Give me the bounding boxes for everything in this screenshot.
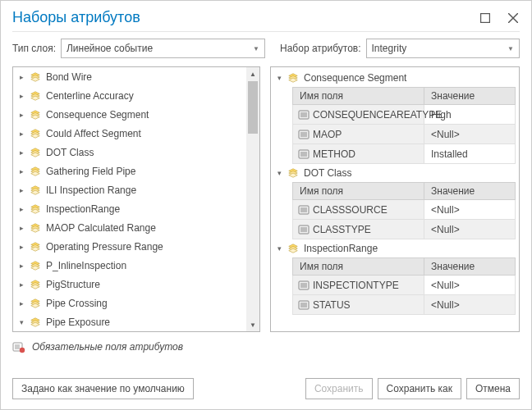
expand-icon[interactable]: ▸ bbox=[18, 224, 25, 232]
expand-icon[interactable]: ▸ bbox=[18, 73, 25, 81]
expand-icon[interactable]: ▸ bbox=[18, 186, 25, 194]
cancel-button[interactable]: Отмена bbox=[466, 378, 520, 399]
field-value: <Null> bbox=[431, 280, 460, 291]
field-name: CONSEQUENCEAREATYPE bbox=[313, 109, 442, 121]
group-name: Consequence Segment bbox=[304, 72, 406, 84]
layer-item[interactable]: ▸Bond Wire bbox=[13, 67, 259, 86]
layer-icon bbox=[30, 260, 41, 271]
scrollbar-track[interactable]: ▲ ▼ bbox=[246, 67, 259, 331]
col-value: Значение bbox=[424, 183, 515, 199]
save-as-button[interactable]: Сохранить как bbox=[378, 378, 461, 399]
layer-item[interactable]: ▸InspectionRange bbox=[13, 199, 259, 218]
layer-icon bbox=[30, 298, 41, 309]
expand-icon[interactable]: ▸ bbox=[18, 92, 25, 100]
layer-icon bbox=[30, 184, 41, 196]
scroll-up-icon[interactable]: ▲ bbox=[246, 67, 259, 80]
field-icon bbox=[298, 109, 310, 121]
attribute-row[interactable]: MAOP<Null> bbox=[292, 125, 516, 144]
maximize-icon[interactable] bbox=[479, 11, 492, 25]
expand-icon[interactable]: ▸ bbox=[18, 299, 25, 308]
dialog-title: Наборы атрибутов bbox=[12, 9, 140, 26]
attribute-row[interactable]: METHODInstalled bbox=[292, 144, 516, 164]
expand-icon[interactable]: ▸ bbox=[18, 111, 25, 119]
scrollbar-thumb[interactable] bbox=[248, 81, 258, 134]
attribute-row[interactable]: STATUS<Null> bbox=[292, 295, 516, 315]
collapse-icon[interactable]: ▾ bbox=[276, 169, 282, 177]
field-icon bbox=[298, 280, 310, 291]
layer-label: Operating Pressure Range bbox=[46, 241, 163, 253]
field-icon bbox=[298, 148, 310, 160]
layer-item[interactable]: ▸DOT Class bbox=[13, 143, 259, 162]
attribute-row[interactable]: INSPECTIONTYPE<Null> bbox=[292, 276, 516, 295]
layer-label: ILI Inspection Range bbox=[46, 184, 136, 196]
layer-label: Gathering Field Pipe bbox=[46, 166, 135, 177]
expand-icon[interactable]: ▸ bbox=[18, 280, 25, 289]
group-header[interactable]: ▾Consequence Segment bbox=[274, 69, 516, 87]
col-field-name: Имя поля bbox=[293, 88, 424, 104]
layer-item[interactable]: ▸Consequence Segment bbox=[13, 105, 259, 124]
layer-type-label: Тип слоя: bbox=[12, 43, 56, 54]
layer-item[interactable]: ▸Gathering Field Pipe bbox=[13, 162, 259, 180]
layer-icon bbox=[30, 147, 41, 158]
expand-icon[interactable]: ▸ bbox=[18, 262, 25, 270]
layer-icon bbox=[287, 167, 299, 179]
group-name: DOT Class bbox=[304, 167, 351, 179]
attribute-panel: ▾Consequence SegmentИмя поляЗначениеCONS… bbox=[270, 66, 520, 332]
col-field-name: Имя поля bbox=[293, 183, 424, 199]
layer-item[interactable]: ▸P_InlineInspection bbox=[13, 256, 259, 275]
layer-list-panel: ▸Bond Wire▸Centerline Accuracy▸Consequen… bbox=[12, 66, 260, 332]
layer-type-value: Линейное событие bbox=[66, 43, 153, 54]
chevron-down-icon: ▼ bbox=[253, 45, 259, 52]
field-value: <Null> bbox=[431, 299, 460, 311]
layer-label: Bond Wire bbox=[46, 71, 92, 83]
field-name: CLASSTYPE bbox=[313, 224, 371, 235]
expand-icon[interactable]: ▸ bbox=[18, 243, 25, 251]
layer-label: Pipe Crossing bbox=[46, 298, 108, 309]
layer-item[interactable]: ▸Could Affect Segment bbox=[13, 124, 259, 143]
layer-item[interactable]: ▸MAOP Calculated Range bbox=[13, 218, 259, 237]
layer-icon bbox=[30, 71, 41, 83]
expand-icon[interactable]: ▸ bbox=[18, 205, 25, 213]
layer-icon bbox=[287, 243, 299, 254]
chevron-down-icon: ▼ bbox=[507, 45, 514, 52]
layer-label: PigStructure bbox=[46, 279, 100, 290]
attribute-row[interactable]: CLASSSOURCE<Null> bbox=[292, 200, 516, 220]
group-header[interactable]: ▾InspectionRange bbox=[274, 239, 516, 257]
layer-icon bbox=[30, 166, 41, 177]
layer-label: P_InlineInspection bbox=[46, 260, 126, 271]
expand-icon[interactable]: ▸ bbox=[18, 148, 25, 157]
expand-icon[interactable]: ▸ bbox=[18, 130, 25, 138]
group-header[interactable]: ▾DOT Class bbox=[274, 164, 516, 182]
field-value: <Null> bbox=[431, 224, 460, 235]
field-value: <Null> bbox=[431, 204, 460, 216]
layer-item[interactable]: ▸ILI Inspection Range bbox=[13, 180, 259, 199]
layer-label: Pipe Exposure bbox=[46, 317, 110, 328]
expand-icon[interactable]: ▾ bbox=[18, 318, 25, 326]
attr-set-select[interactable]: Integrity ▼ bbox=[366, 39, 520, 58]
collapse-icon[interactable]: ▾ bbox=[276, 74, 282, 82]
attribute-row[interactable]: CONSEQUENCEAREATYPEHigh bbox=[292, 105, 516, 125]
svg-rect-0 bbox=[481, 13, 490, 22]
layer-icon bbox=[30, 203, 41, 215]
set-default-button[interactable]: Задано как значение по умолчанию bbox=[12, 378, 194, 399]
collapse-icon[interactable]: ▾ bbox=[276, 244, 282, 253]
layer-item[interactable]: ▸PigStructure bbox=[13, 275, 259, 294]
layer-item[interactable]: ▸Pipe Crossing bbox=[13, 294, 259, 312]
attribute-row[interactable]: CLASSTYPE<Null> bbox=[292, 220, 516, 239]
layer-item[interactable]: ▾Pipe Exposure bbox=[13, 312, 259, 331]
field-name: MAOP bbox=[313, 129, 342, 140]
close-icon[interactable] bbox=[507, 11, 520, 25]
expand-icon[interactable]: ▸ bbox=[18, 167, 25, 175]
separator bbox=[12, 31, 520, 32]
layer-icon bbox=[287, 72, 299, 84]
required-field-icon bbox=[12, 340, 25, 353]
layer-label: Could Affect Segment bbox=[46, 128, 141, 139]
layer-label: Centerline Accuracy bbox=[46, 90, 134, 102]
scroll-down-icon[interactable]: ▼ bbox=[246, 318, 259, 331]
layer-icon bbox=[30, 128, 41, 139]
layer-item[interactable]: ▸Operating Pressure Range bbox=[13, 237, 259, 256]
required-note: Обязательные поля атрибутов bbox=[32, 341, 183, 353]
layer-type-select[interactable]: Линейное событие ▼ bbox=[61, 39, 265, 58]
layer-item[interactable]: ▸Centerline Accuracy bbox=[13, 86, 259, 105]
field-icon bbox=[298, 299, 310, 311]
